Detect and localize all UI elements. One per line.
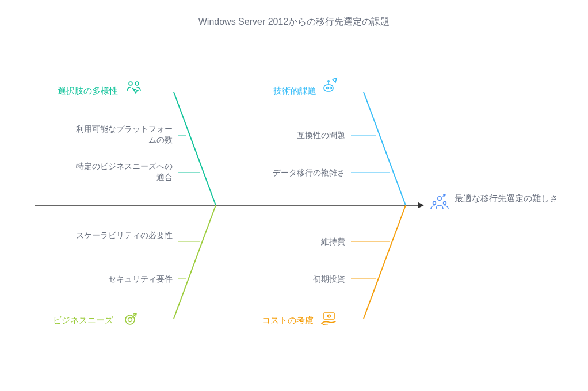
target-arrow-icon <box>121 308 142 329</box>
cause-top-left-2: 特定のビジネスニーズへの適合 <box>75 161 173 183</box>
fishbone-diagram: Windows Server 2012からの移行先選定の課題 <box>0 0 588 391</box>
effect-label: 最適な移行先選定の難しさ <box>455 193 558 204</box>
svg-point-26 <box>328 315 331 317</box>
svg-line-1 <box>174 92 216 205</box>
svg-rect-25 <box>324 313 334 319</box>
category-bottom-right: コストの考慮 <box>262 315 314 326</box>
svg-point-20 <box>330 87 332 89</box>
svg-line-7 <box>174 205 216 319</box>
people-cursor-icon <box>124 76 144 97</box>
cause-bottom-right-1: 維持費 <box>247 236 345 247</box>
diagram-title: Windows Server 2012からの移行先選定の課題 <box>0 16 588 28</box>
cause-bottom-left-1: スケーラビリティの必要性 <box>75 230 173 241</box>
cause-top-right-1: 互換性の問題 <box>247 130 345 141</box>
svg-point-15 <box>444 202 446 205</box>
category-top-right: 技術的課題 <box>273 85 316 97</box>
svg-point-13 <box>438 197 441 200</box>
svg-point-14 <box>433 202 436 205</box>
svg-point-19 <box>327 87 329 89</box>
cause-top-right-2: データ移行の複雑さ <box>247 167 345 178</box>
cause-top-left-1: 利用可能なプラットフォームの数 <box>75 124 173 145</box>
svg-line-4 <box>364 92 406 205</box>
robot-arrow-icon <box>319 76 340 97</box>
svg-point-16 <box>129 82 132 85</box>
category-bottom-left: ビジネスニーズ <box>53 315 113 326</box>
category-top-left: 選択肢の多様性 <box>58 85 118 97</box>
people-icon <box>429 193 450 213</box>
cause-bottom-left-2: セキュリティ要件 <box>75 274 173 285</box>
svg-point-22 <box>328 80 329 82</box>
money-hand-icon <box>318 308 339 329</box>
cause-bottom-right-2: 初期投資 <box>247 274 345 285</box>
svg-point-17 <box>135 82 139 85</box>
svg-line-10 <box>364 205 406 319</box>
